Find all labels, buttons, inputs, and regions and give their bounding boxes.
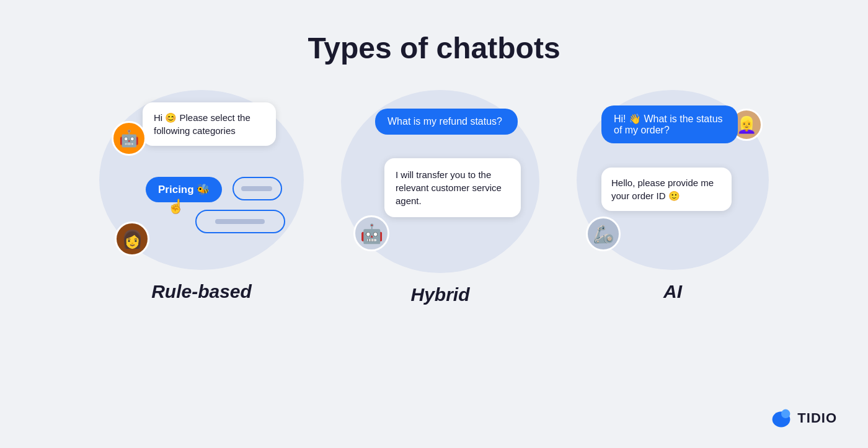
ai-label: AI	[663, 281, 682, 302]
bot-avatar: 🤖	[112, 121, 146, 156]
tidio-text: TIDIO	[797, 410, 837, 426]
tidio-logo: TIDIO	[770, 407, 837, 429]
outline-button-2[interactable]	[232, 177, 282, 200]
user-avatar: 👩	[115, 222, 149, 256]
hybrid-bot-response: I will transfer you to the relevant cust…	[396, 169, 502, 206]
column-ai: 👱‍♀️ Hi! 👋 What is the status of my orde…	[577, 90, 769, 302]
hybrid-label: Hybrid	[410, 284, 469, 305]
hybrid-response-bubble: I will transfer you to the relevant cust…	[384, 158, 521, 217]
rulebased-label: Rule-based	[151, 281, 252, 302]
rulebased-blob: 🤖 Hi 😊 Please select the following categ…	[99, 90, 304, 270]
columns-container: 🤖 Hi 😊 Please select the following categ…	[0, 90, 868, 305]
ai-robot-avatar: 🦾	[586, 217, 621, 251]
ai-response-bubble: Hello, please provide me your order ID 🙂	[601, 168, 732, 211]
robot-avatar: 🤖	[353, 215, 389, 251]
hybrid-inner: What is my refund status? I will transfe…	[341, 90, 539, 273]
btn-line-1	[241, 186, 272, 191]
outline-button-3[interactable]	[195, 210, 285, 233]
rulebased-message-text: Hi 😊 Please select the following categor…	[154, 112, 250, 136]
hybrid-user-message: What is my refund status?	[388, 116, 502, 127]
hybrid-user-bubble: What is my refund status?	[375, 109, 518, 135]
pricing-button-label: Pricing 🐝	[158, 183, 210, 196]
ai-inner: 👱‍♀️ Hi! 👋 What is the status of my orde…	[577, 90, 769, 270]
hybrid-blob: What is my refund status? I will transfe…	[341, 90, 539, 273]
column-hybrid: What is my refund status? I will transfe…	[341, 90, 539, 305]
page-title: Types of chatbots	[0, 0, 868, 65]
svg-point-2	[775, 420, 781, 426]
ai-user-message: Hi! 👋 What is the status of my order?	[614, 114, 723, 135]
svg-point-1	[781, 410, 790, 418]
rulebased-message-bubble: Hi 😊 Please select the following categor…	[143, 102, 276, 146]
tidio-icon	[770, 407, 792, 429]
column-rulebased: 🤖 Hi 😊 Please select the following categ…	[99, 90, 304, 302]
rulebased-inner: 🤖 Hi 😊 Please select the following categ…	[99, 90, 304, 270]
cursor-icon: ☝️	[167, 199, 184, 215]
btn-line-2	[215, 219, 265, 224]
ai-bot-response: Hello, please provide me your order ID 🙂	[611, 177, 714, 201]
ai-user-bubble: Hi! 👋 What is the status of my order?	[601, 105, 738, 143]
ai-blob: 👱‍♀️ Hi! 👋 What is the status of my orde…	[577, 90, 769, 270]
